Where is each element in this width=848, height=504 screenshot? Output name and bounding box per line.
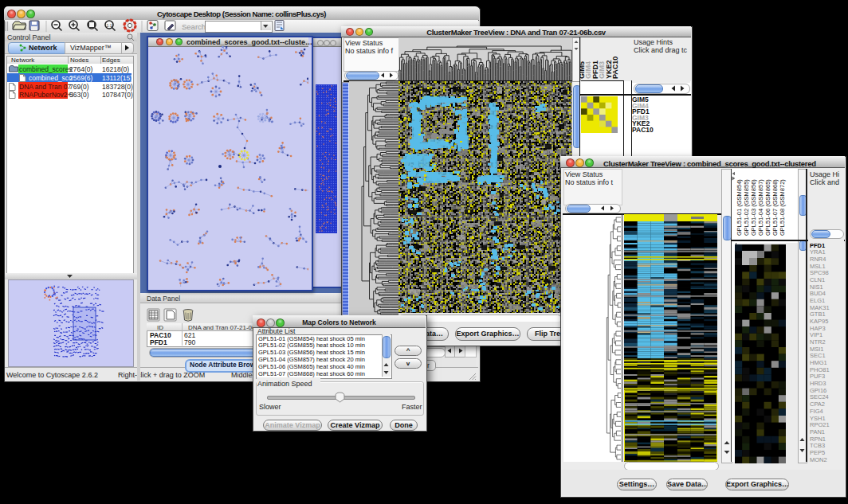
svg-text:PAC10: PAC10 (611, 57, 619, 79)
svg-text:GPL51-07 (GSM868): GPL51-07 (GSM868) (771, 179, 779, 236)
svg-text:GPL51-02 (GSM855): GPL51-02 (GSM855) (743, 179, 750, 236)
svg-text:GPL51-01 (GSM854): GPL51-01 (GSM854) (736, 179, 743, 236)
svg-text:GPL51-06 (GSM865): GPL51-06 (GSM865) (764, 179, 771, 236)
svg-text:GPL51-04 (GSM857): GPL51-04 (GSM857) (757, 179, 764, 236)
svg-text:GPL51-08 (GSM872): GPL51-08 (GSM872) (779, 179, 786, 236)
svg-text:GPL51-03 (GSM856): GPL51-03 (GSM856) (750, 179, 757, 236)
svg-text:1:1: 1:1 (107, 23, 112, 28)
